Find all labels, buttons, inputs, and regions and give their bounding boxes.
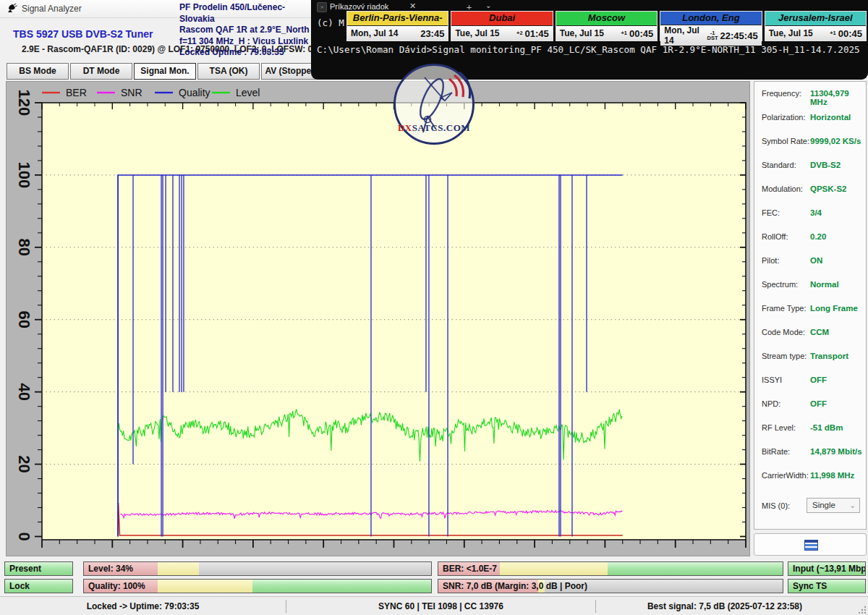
bar-segment-gray [199,562,431,575]
statusbar-sync-counters: SYNC 60 | TEI 1098 | CC 13976 [286,597,595,615]
signal-analyzer-window: Signal Analyzer TBS 5927 USB DVB-S2 Tune… [0,0,868,615]
mis-row: MIS (0): Single⌄ [754,497,866,516]
param-spectrum: Spectrum:Normal [754,276,866,300]
clock-moscow: Moscow Tue, Jul 15 +1 00:45 [556,11,658,41]
svg-text:80: 80 [15,239,33,256]
quality-bar: Quality: 100% [83,579,432,593]
lock-indicator: Lock [4,579,73,593]
clock-city: Berlin-Paris-Vienna-Roma [347,12,448,26]
world-clocks-panel: Berlin-Paris-Vienna-Roma Mon, Jul 14 23:… [345,9,868,43]
clock-date: Tue, Jul 15 [560,28,604,38]
site-line-4: Locked Uptime : 79:03:35 [179,47,317,59]
clock-offset: +1 [830,30,836,36]
dxsatcs-logo-text: DXSATCS.COM [396,122,472,134]
tuner-title: TBS 5927 USB DVB-S2 Tuner [13,28,153,40]
param-standard: Standard:DVB-S2 [754,157,866,181]
mis-select[interactable]: Single⌄ [807,498,860,513]
bar-label: SNR: 7,0 dB (Margin: 3,0 dB | Poor) [443,580,587,593]
bar-segment-green [252,580,431,593]
bar-segment-green [608,562,783,575]
clock-time: 00:45 [629,28,653,39]
clock-time: 00:45 [838,28,862,39]
clock-offset: +1 [621,30,627,36]
dxsatcs-logo: DXSATCS.COM [393,64,475,145]
console-prompt-line[interactable]: C:\Users\Roman Dávid>Signal monitoring_P… [317,44,864,55]
param-code-mode: Code Mode:CCM [754,324,866,348]
param-stream-type: Stream type:Transport [754,348,866,372]
param-npd: NPD:OFF [754,396,866,420]
site-info-block: PF Prodelin 450/Lučenec-Slovakia Rascom … [179,2,317,59]
signal-parameters-panel: Frequency:11304,979 MHz Polarization:Hor… [754,81,867,530]
svg-text:40: 40 [15,383,33,400]
tab-tsa[interactable]: TSA (OK) [197,63,260,80]
resize-grip[interactable] [859,606,867,614]
tab-signal-mon[interactable]: Signal Mon. [134,63,196,80]
table-list-icon [804,540,818,551]
clock-time: 01:45 [525,28,549,39]
svg-text:120: 120 [15,90,33,116]
tab-dt-mode[interactable]: DT Mode [70,63,132,80]
clock-dubai: Dubai Tue, Jul 15 +2 01:45 [451,11,553,41]
clock-offset: -1DST [707,30,718,41]
input-indicator: Input (~13,91 Mbps) [788,561,866,576]
signal-chart: 020406080100120BERSNRQualityLevel [7,82,749,556]
param-rolloff: RollOff:0.20 [754,229,866,253]
param-frame-type: Frame Type:Long Frame [754,300,866,324]
bar-label: Level: 34% [88,562,133,575]
chevron-down-icon: ⌄ [850,499,856,512]
level-bar: Level: 34% [83,561,432,576]
bar-segment-yellow [158,580,253,593]
chevron-down-icon[interactable]: ⌄ [485,1,491,9]
ber-bar: BER: <1.0E-7 [438,561,783,576]
param-issyi: ISSYIOFF [754,372,866,396]
clock-time: 22:45:45 [720,30,758,41]
param-polarization: Polarization:Horizontal [754,109,866,133]
svg-text:60: 60 [15,310,33,328]
mis-label: MIS (0): [762,501,790,510]
param-symbol-rate: Symbol Rate:9999,02 KS/s [754,133,866,157]
site-line-3: f=11 304 MHz_H : Vicus Luxlink [179,36,317,48]
window-title: Signal Analyzer [22,4,82,14]
cmd-icon: ＞ [317,2,327,12]
param-bitrate: BitRate:14,879 Mbit/s [754,444,866,467]
param-carrier-width: CarrierWidth:11,998 MHz [754,467,866,491]
param-rf-level: RF Level:-51 dBm [754,420,866,444]
signal-chart-panel: 020406080100120BERSNRQualityLevel [6,81,750,556]
clock-city: Jerusalem-Israel [765,12,866,26]
param-modulation: Modulation:QPSK-S2 [754,181,866,205]
satellite-dish-icon [7,3,17,14]
bar-segment-yellow [158,562,200,575]
bar-label: BER: <1.0E-7 [443,562,497,575]
svg-text:Level: Level [236,87,260,98]
clock-city: Moscow [556,12,657,26]
clock-date: Tue, Jul 15 [455,28,499,38]
bar-label: Quality: 100% [88,580,145,593]
statusbar-best-signal: Best signal: 7,5 dB (2025-07-12 23:58) [596,597,854,615]
clock-city: Dubai [451,12,552,26]
bar-label: Sync TS [793,580,827,593]
clock-time: 23:45 [420,28,444,39]
clock-jerusalem: Jerusalem-Israel Tue, Jul 15 +1 00:45 [765,11,867,41]
statusbar: Locked -> Uptime: 79:03:35 SYNC 60 | TEI… [0,596,868,615]
svg-text:0: 0 [15,532,33,540]
svg-text:SNR: SNR [121,87,142,98]
sync-ts-indicator: Sync TS [788,579,866,593]
clock-date: Tue, Jul 15 [769,28,813,38]
present-indicator: Present [4,561,73,576]
transport-list-button[interactable] [754,533,867,556]
site-line-1: PF Prodelin 450/Lučenec-Slovakia [179,2,317,25]
clock-london: London, Eng Mon, Jul 14 -1DST 22:45:45 [660,11,762,41]
clock-date: Mon, Jul 14 [351,28,398,38]
svg-text:Quality: Quality [179,87,210,98]
param-fec: FEC:3/4 [754,205,866,229]
bar-label: Present [9,562,41,575]
param-frequency: Frequency:11304,979 MHz [754,85,866,109]
site-line-2: Rascom QAF 1R at 2.9°E_North [179,25,317,36]
svg-text:100: 100 [15,162,33,189]
bar-label: Input (~13,91 Mbps) [793,562,866,575]
clock-date: Mon, Jul 14 [664,25,707,46]
svg-text:20: 20 [15,455,33,472]
tab-bs-mode[interactable]: BS Mode [7,63,69,80]
param-pilot: Pilot:ON [754,253,866,276]
statusbar-uptime: Locked -> Uptime: 79:03:35 [0,597,286,615]
